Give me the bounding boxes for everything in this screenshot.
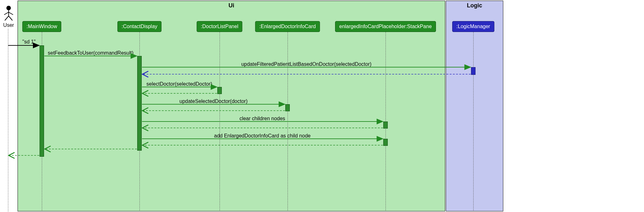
ui-frame: Ui (18, 1, 445, 211)
actor-user: User (1, 5, 16, 28)
lifeline-line-logic-manager (473, 32, 474, 211)
msg-clearchildren: clear children nodes (239, 116, 285, 122)
activation-logic-manager (471, 67, 476, 75)
svg-line-4 (5, 16, 9, 20)
svg-line-3 (9, 12, 13, 15)
svg-line-5 (9, 16, 12, 20)
msg-addchild: add EnlargedDoctorInfoCard as child node (214, 133, 311, 139)
lifeline-enlarged-card: :EnlargedDoctorInfoCard (255, 21, 320, 32)
lifeline-contact-display: :ContactDisplay (117, 21, 161, 32)
msg-setfeedback: setFeedbackToUser(commandResult) (48, 50, 134, 56)
activation-placeholder-1 (383, 122, 388, 129)
activation-placeholder-2 (383, 139, 388, 146)
lifeline-doctor-list-panel: :DoctorListPanel (197, 21, 242, 32)
lifeline-line-enlarged-card (288, 32, 288, 211)
lifeline-line-doctor-list-panel (220, 32, 220, 211)
msg-updateselected: updateSelectedDoctor(doctor) (179, 98, 247, 104)
svg-point-0 (6, 6, 11, 10)
lifeline-main-window: :MainWindow (22, 21, 61, 32)
actor-label: User (1, 22, 16, 28)
ui-frame-label: Ui (226, 1, 237, 10)
msg-updatefiltered: updateFilteredPatientListBasedOnDoctor(s… (241, 61, 371, 67)
msg-selectdoctor: selectDoctor(selectedDoctor) (146, 81, 212, 87)
lifeline-logic-manager: :LogicManager (452, 21, 494, 32)
stick-figure-icon (3, 5, 14, 21)
logic-frame: Logic (446, 1, 503, 211)
svg-line-2 (4, 12, 9, 15)
activation-enlarged-card (285, 104, 290, 111)
activation-main-window (40, 45, 44, 157)
activation-contact-display (137, 56, 142, 151)
msg-sd1: "sd 1" (22, 39, 36, 45)
lifeline-line-user (8, 29, 8, 211)
logic-frame-label: Logic (464, 1, 485, 10)
activation-doctor-list-panel (217, 87, 222, 94)
lifeline-placeholder: enlargedInfoCardPlaceholder:StackPane (335, 21, 436, 32)
